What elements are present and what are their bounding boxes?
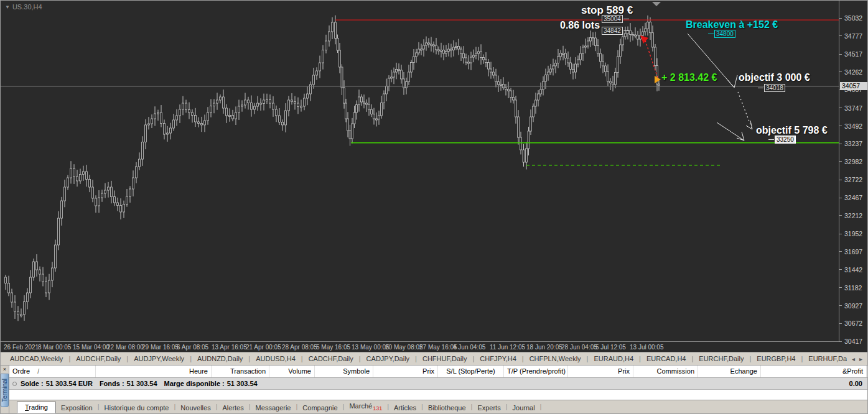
column-header-volume[interactable]: Volume (269, 366, 315, 377)
column-header-commission[interactable]: Commission (633, 366, 698, 377)
separator: | (747, 355, 754, 362)
time-tick-label: 20 May 08:05 (385, 344, 423, 351)
terminal-side-strip: × Terminal (1, 366, 9, 413)
entry-price-box: 34842 (602, 27, 623, 35)
price-tick (839, 234, 842, 234)
floating-profit-annotation[interactable]: + 2 813.42 € (661, 72, 717, 83)
price-tick-label: 35032 (844, 14, 862, 22)
symbol-tab-cadchf-daily[interactable]: CADCHF,Daily (306, 355, 357, 362)
breakeven-price-label[interactable]: 34800 (707, 30, 735, 38)
balance-fonds-label: Fonds : (100, 380, 124, 387)
separator: | (689, 355, 696, 362)
price-chart-canvas[interactable] (1, 1, 839, 341)
price-tick-label: 31442 (844, 266, 862, 274)
column-header-prix[interactable]: Prix (568, 366, 633, 377)
time-tick-label: 27 May 16:05 (419, 344, 457, 351)
symbol-tab-audusd-h4[interactable]: AUDUSD,H4 (253, 355, 299, 362)
chart-symbol-label[interactable]: ▼US.30,H4 (5, 3, 42, 11)
column-header-s-l-stop-perte[interactable]: S/L (Stop/Perte) (438, 366, 504, 377)
terminal-tab-nouvelles[interactable]: Nouvelles (175, 402, 215, 413)
terminal-tab-journal[interactable]: Journal (508, 402, 540, 413)
scroll-right-button[interactable]: ▸ (859, 356, 862, 362)
symbol-tab-eurgbp-h4[interactable]: EURGBP,H4 (754, 355, 798, 362)
target1-price-label[interactable]: 34018 (757, 84, 785, 92)
symbol-tab-eurchf-daily[interactable]: EURCHF,Daily (696, 355, 747, 362)
time-tick-label: 26 Feb 2021 (4, 344, 39, 351)
target2-price-box: 33250 (775, 136, 796, 144)
lots-annotation[interactable]: 0.86 lots (560, 20, 600, 31)
column-header-transaction[interactable]: Transaction (212, 366, 269, 377)
terminal-tab-historique-du-compte[interactable]: Historique du compte (100, 402, 174, 413)
price-tick (839, 323, 842, 324)
time-tick-label: 8 Mar 00:05 (38, 344, 71, 351)
column-header-symbole[interactable]: Symbole (315, 366, 373, 377)
price-tick-label: 33492 (844, 122, 862, 130)
time-tick-label: 28 Jun 04:05 (561, 344, 597, 351)
symbol-tab-chfhuf-daily[interactable]: CHFHUF,Daily (419, 355, 470, 362)
target2-price-label[interactable]: 33250 (768, 136, 796, 144)
price-tick-label: 33237 (844, 140, 862, 147)
price-tick-label: 30927 (844, 302, 862, 310)
symbol-tab-euraud-h4[interactable]: EURAUD,H4 (590, 355, 637, 362)
scroll-left-button[interactable]: ◂ (852, 356, 855, 362)
symbol-tab-audjpy-weekly[interactable]: AUDJPY,Weekly (131, 355, 187, 362)
target1-annotation[interactable]: objectif 3 000 € (739, 72, 810, 83)
mt4-window: ▼US.30,H4 stop 589 € 35004 0.86 lots 348… (0, 0, 868, 414)
symbol-tab-audcad-weekly[interactable]: AUDCAD,Weekly (7, 355, 66, 362)
price-tick (839, 161, 842, 162)
symbol-tab-cadjpy-daily[interactable]: CADJPY,Daily (363, 355, 413, 362)
price-tick (839, 215, 842, 216)
time-tick-label: 13 Apr 16:05 (212, 344, 247, 351)
time-tick-label: 28 Apr 08:05 (282, 344, 317, 351)
orders-table-header: Ordre/HeureTransactionVolumeSymbolePrixS… (9, 366, 867, 378)
price-tick (839, 18, 842, 19)
terminal-tab-bibliotheque[interactable]: Bibliotheque (423, 402, 471, 413)
entry-price-label[interactable]: 34842 (602, 27, 630, 35)
symbol-tab-chfjpy-h4[interactable]: CHFJPY,H4 (477, 355, 519, 362)
balance-icon (12, 382, 17, 386)
separator: | (470, 355, 477, 362)
sort-indicator-icon: / (37, 368, 39, 375)
price-tick-label: 30672 (844, 320, 862, 327)
terminal-close-button[interactable]: × (1, 366, 9, 374)
column-header-profit[interactable]: &Profit (761, 366, 867, 377)
time-axis[interactable]: 26 Feb 20218 Mar 00:0515 Mar 04:0022 Mar… (1, 341, 839, 352)
symbol-tab-chfpln-weekly[interactable]: CHFPLN,Weekly (526, 355, 584, 362)
column-header-echange[interactable]: Echange (698, 366, 761, 377)
price-tick-label: 31182 (844, 284, 862, 292)
terminal-tab-messagerie[interactable]: Messagerie (251, 402, 296, 413)
terminal-tab-experts[interactable]: Experts (472, 402, 505, 413)
symbol-tab-audnzd-daily[interactable]: AUDNZD,Daily (194, 355, 246, 362)
column-header-heure[interactable]: Heure (96, 366, 212, 377)
terminal-tab-exposition[interactable]: Exposition (56, 402, 98, 413)
stop-price-label[interactable]: 35004 (602, 15, 630, 23)
balance-row[interactable]: Solde : 51 303.54 EUR Fonds : 51 303.54 … (9, 378, 867, 390)
label-connector (623, 30, 629, 31)
symbol-tab-audchf-daily[interactable]: AUDCHF,Daily (73, 355, 124, 362)
terminal-tabs-bar: TradingExposition|Historique du compte|N… (9, 400, 867, 413)
separator: | (413, 355, 419, 362)
symbol-tab-eurcad-h4[interactable]: EURCAD,H4 (643, 355, 689, 362)
terminal-tab-march[interactable]: Marché131 (344, 400, 387, 413)
price-axis[interactable]: 3503234777345173426234007337473349233237… (839, 1, 868, 341)
profit-total: 0.00 (849, 380, 862, 387)
time-tick-label: 18 Jun 20:05 (526, 344, 562, 351)
symbol-tabs-scroll: ◂ ▸ (847, 352, 867, 365)
price-tick-label: 34517 (844, 50, 862, 58)
breakeven-annotation[interactable]: Breakeven à +152 € (686, 19, 778, 30)
time-tick-label: 15 Mar 04:00 (73, 344, 110, 351)
target2-annotation[interactable]: objectif 5 798 € (756, 125, 828, 136)
separator: | (187, 355, 194, 362)
separator: | (520, 355, 526, 362)
terminal-tab-articles[interactable]: Articles (389, 402, 421, 413)
column-header-t-p-prendre-profit[interactable]: T/P (Prendre/profit) (504, 366, 568, 377)
price-tick (839, 269, 842, 270)
column-header-ordre[interactable]: Ordre/ (9, 366, 96, 377)
terminal-vertical-tab[interactable]: Terminal (1, 374, 9, 407)
chart-panel[interactable]: ▼US.30,H4 stop 589 € 35004 0.86 lots 348… (1, 1, 867, 352)
label-connector (758, 88, 763, 88)
terminal-tab-compagnie[interactable]: Compagnie (297, 402, 342, 413)
column-header-prix[interactable]: Prix (373, 366, 438, 377)
terminal-tab-trading[interactable]: Trading (17, 402, 56, 413)
terminal-tab-alertes[interactable]: Alertes (218, 402, 249, 413)
